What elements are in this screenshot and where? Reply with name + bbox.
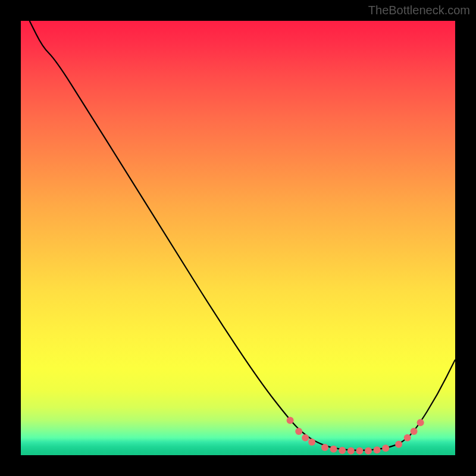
- curve-marker: [308, 439, 315, 446]
- watermark-text: TheBottleneck.com: [368, 4, 470, 17]
- curve-marker: [347, 447, 355, 455]
- curve-marker: [321, 444, 328, 451]
- chart-svg: [21, 21, 455, 455]
- curve-marker: [411, 428, 418, 435]
- curve-marker: [395, 441, 402, 448]
- plot-area: [21, 21, 455, 455]
- curve-marker: [330, 446, 337, 453]
- curve-marker: [339, 447, 346, 454]
- curve-marker: [356, 447, 363, 455]
- bottleneck-curve: [30, 21, 455, 450]
- curve-marker: [374, 446, 381, 453]
- curve-marker: [417, 419, 424, 426]
- curve-marker: [382, 444, 389, 452]
- curve-marker: [295, 428, 302, 435]
- curve-marker: [302, 434, 309, 441]
- curve-marker: [404, 434, 411, 441]
- curve-marker: [365, 447, 372, 455]
- curve-marker: [287, 417, 294, 424]
- curve-markers: [287, 417, 424, 455]
